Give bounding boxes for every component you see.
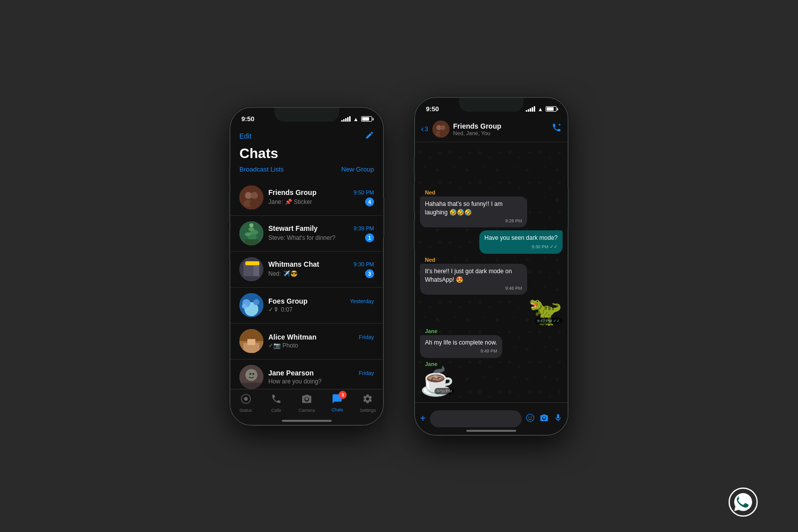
- chat-preview-foes-group: ✓🎙 0:07: [268, 306, 374, 313]
- chat-item-whitmans[interactable]: Whitmans Chat 9:30 PM Ned: ✈️😎 3: [230, 252, 383, 288]
- message-input-field[interactable]: [430, 410, 522, 427]
- bubble-jane-1: Ah my life is complete now. 9:49 PM: [420, 335, 502, 357]
- time-display-2: 9:50: [426, 105, 439, 113]
- status-bar-2: 9:50 ▲: [415, 98, 568, 117]
- camera-label: Camera: [299, 408, 315, 413]
- chats-badge-wrapper: 3: [332, 393, 343, 406]
- settings-label: Settings: [360, 408, 376, 413]
- add-attachment-button[interactable]: +: [420, 413, 426, 424]
- chat-time-jane-pearson: Friday: [359, 370, 374, 376]
- chat-content-stewart-family: Stewart Family 9:39 PM Steve: What's for…: [268, 224, 374, 242]
- tab-chats[interactable]: 3 Chats: [322, 393, 353, 412]
- svg-point-29: [252, 373, 254, 375]
- calls-label: Calls: [271, 408, 281, 413]
- chat-time-alice-whitman: Friday: [359, 334, 374, 340]
- avatar-alice-whitman: [239, 329, 263, 353]
- svg-rect-14: [245, 261, 259, 265]
- svg-point-19: [253, 299, 259, 305]
- camera-input-icon[interactable]: [540, 413, 549, 424]
- chat-time-whitmans: 9:30 PM: [354, 261, 374, 267]
- group-avatar: [432, 121, 449, 138]
- message-sticker-jane: Jane ☕ 9:50 PM: [420, 361, 454, 395]
- chat-view-screen: 9:50 ▲ ‹: [415, 98, 568, 435]
- tab-settings[interactable]: Settings: [353, 393, 383, 413]
- chat-item-alice-whitman[interactable]: Alice Whitman Friday ✓📷 Photo: [230, 324, 383, 359]
- chat-name-jane-pearson: Jane Pearson: [268, 369, 314, 377]
- back-button[interactable]: ‹ 3: [421, 125, 428, 134]
- chat-content-whitmans: Whitmans Chat 9:30 PM Ned: ✈️😎 3: [268, 260, 374, 278]
- svg-point-20: [242, 304, 247, 309]
- svg-point-28: [249, 373, 251, 375]
- chat-content-jane-pearson: Jane Pearson Friday How are you doing?: [268, 369, 374, 385]
- chat-time-stewart-family: 9:39 PM: [354, 225, 374, 231]
- sticker-input-icon[interactable]: [526, 413, 535, 424]
- svg-point-32: [244, 397, 247, 400]
- chat-preview-stewart-family: Steve: What's for dinner?: [268, 234, 365, 241]
- avatar-foes-group: [239, 293, 263, 317]
- svg-point-37: [439, 131, 446, 136]
- chat-preview-jane-pearson: How are you doing?: [268, 378, 374, 385]
- tab-camera[interactable]: Camera: [291, 393, 322, 413]
- sender-jane-label: Jane: [420, 328, 502, 334]
- camera-icon: [301, 393, 312, 407]
- chat-preview-friends-group: Jane: 📌 Sticker: [268, 198, 365, 205]
- tab-status[interactable]: Status: [230, 393, 261, 413]
- svg-point-4: [249, 200, 259, 207]
- bubble-out-1: Have you seen dark mode? 9:30 PM ✓✓: [479, 230, 563, 254]
- svg-point-35: [440, 125, 445, 130]
- svg-point-38: [527, 414, 534, 421]
- avatar-whitmans-chat: [239, 257, 263, 281]
- broadcast-lists-button[interactable]: Broadcast Lists: [239, 166, 284, 173]
- compose-button[interactable]: [365, 131, 374, 142]
- time-ned-1: 9:28 PM: [425, 218, 522, 224]
- time-display-1: 9:50: [241, 115, 254, 123]
- time-jane-1: 9:49 PM: [425, 348, 497, 355]
- chat-time-friends-group: 9:50 PM: [354, 189, 374, 195]
- chat-item-stewart-family[interactable]: Stewart Family 9:39 PM Steve: What's for…: [230, 216, 383, 252]
- avatar-stewart-family: [239, 221, 263, 245]
- signal-icon-1: [341, 116, 351, 122]
- status-label: Status: [239, 408, 252, 413]
- new-group-button[interactable]: New Group: [341, 166, 374, 173]
- time-out-1: 9:30 PM ✓✓: [484, 243, 558, 250]
- wifi-icon-2: ▲: [538, 106, 543, 112]
- chats-notification-badge: 3: [339, 391, 347, 399]
- settings-icon: [362, 393, 373, 407]
- chat-content-friends-group: Friends Group 9:50 PM Jane: 📌 Sticker 4: [268, 188, 374, 206]
- avatar-jane-pearson: [239, 365, 263, 389]
- message-jane-1: Jane Ah my life is complete now. 9:49 PM: [420, 328, 502, 357]
- svg-point-6: [249, 223, 253, 227]
- status-icons-2: ▲: [526, 106, 557, 112]
- wifi-icon-1: ▲: [353, 116, 359, 122]
- input-icons: [526, 413, 563, 424]
- mic-input-icon[interactable]: [554, 413, 563, 424]
- battery-icon-2: [546, 106, 557, 112]
- calls-icon: [271, 393, 282, 407]
- chats-top-bar: Edit: [239, 131, 374, 142]
- chat-name-friends-group: Friends Group: [268, 188, 316, 196]
- svg-rect-25: [247, 339, 255, 345]
- chat-name-foes-group: Foes Group: [268, 297, 308, 305]
- chat-view-header: ‹ 3 Friends Group Ned, Jane, You: [415, 117, 568, 142]
- status-icons-1: ▲: [341, 116, 372, 122]
- bubble-ned-1: Hahaha that's so funny!! I am laughing 🤣…: [420, 196, 527, 227]
- battery-icon-1: [361, 116, 372, 122]
- messages-area[interactable]: Ned Hahaha that's so funny!! I am laughi…: [415, 148, 568, 402]
- tab-calls[interactable]: Calls: [261, 393, 291, 413]
- chat-preview-alice-whitman: ✓📷 Photo: [268, 342, 374, 349]
- chat-badge-whitmans: 3: [365, 269, 374, 278]
- chat-badge-friends-group: 4: [365, 197, 374, 206]
- chats-screen: 9:50 ▲ Ed: [230, 108, 383, 425]
- chat-content-foes-group: Foes Group Yesterday ✓🎙 0:07: [268, 297, 374, 313]
- call-button[interactable]: [552, 123, 562, 135]
- edit-button[interactable]: Edit: [239, 132, 251, 140]
- phone-chats: 9:50 ▲ Ed: [229, 107, 384, 426]
- chat-item-foes-group[interactable]: Foes Group Yesterday ✓🎙 0:07: [230, 288, 383, 324]
- signal-icon-2: [526, 106, 535, 112]
- chat-item-friends-group[interactable]: Friends Group 9:50 PM Jane: 📌 Sticker 4: [230, 180, 383, 216]
- chat-header-info: Friends Group Ned, Jane, You: [453, 122, 548, 136]
- svg-rect-15: [253, 265, 259, 276]
- svg-point-1: [245, 192, 252, 199]
- chat-name-whitmans: Whitmans Chat: [268, 260, 319, 268]
- chat-name-stewart-family: Stewart Family: [268, 224, 318, 232]
